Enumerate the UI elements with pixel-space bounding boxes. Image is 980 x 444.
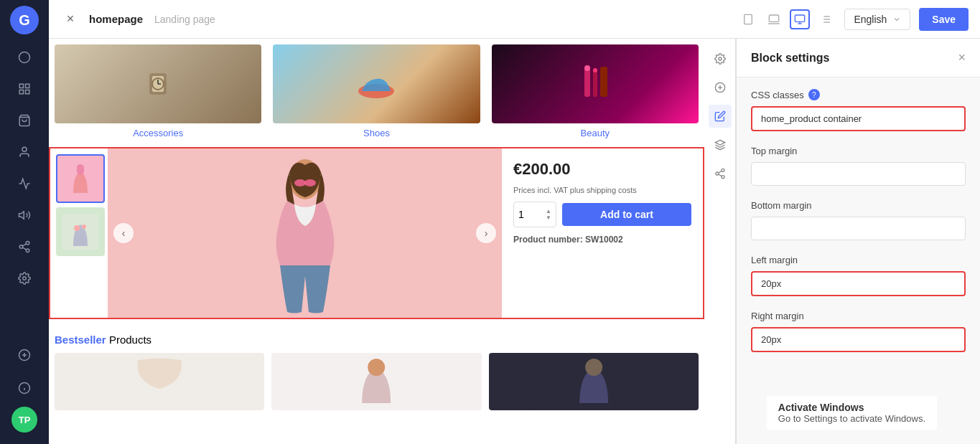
canvas-area[interactable]: Accessories Shoes Beauty bbox=[49, 39, 704, 444]
svg-point-63 bbox=[716, 172, 719, 175]
page-title: homepage bbox=[89, 13, 143, 25]
categories-section: Accessories Shoes Beauty bbox=[49, 39, 704, 144]
product-add-row: 1 ▲ ▼ Add to cart bbox=[513, 202, 691, 227]
gear-rail-icon[interactable] bbox=[709, 47, 732, 70]
top-margin-group: Top margin bbox=[751, 146, 966, 186]
category-beauty: Beauty bbox=[486, 39, 704, 144]
svg-point-57 bbox=[719, 57, 722, 60]
sidebar-item-analytics[interactable] bbox=[10, 169, 39, 198]
css-classes-input[interactable] bbox=[751, 106, 966, 131]
sidebar-item-info[interactable] bbox=[10, 374, 39, 402]
svg-point-13 bbox=[23, 277, 27, 280]
desktop-icon[interactable] bbox=[790, 9, 810, 29]
svg-rect-3 bbox=[19, 90, 23, 94]
bestseller-card-3 bbox=[489, 353, 699, 410]
bottom-margin-group: Bottom margin bbox=[751, 200, 966, 240]
top-margin-label: Top margin bbox=[751, 146, 966, 156]
bestseller-card-1 bbox=[55, 353, 264, 410]
product-price: €200.00 bbox=[513, 160, 691, 179]
bestseller-suffix: Products bbox=[106, 334, 151, 346]
carousel-next-button[interactable]: › bbox=[476, 223, 496, 243]
close-button[interactable]: × bbox=[60, 9, 80, 29]
bestseller-card-2 bbox=[271, 353, 481, 410]
block-settings-panel: Block settings × CSS classes ? Top margi… bbox=[736, 39, 980, 444]
css-classes-group: CSS classes ? bbox=[751, 89, 966, 131]
left-margin-input[interactable] bbox=[751, 271, 966, 296]
svg-point-41 bbox=[593, 68, 597, 72]
sidebar-item-integrations[interactable] bbox=[10, 232, 39, 261]
sidebar-item-marketing[interactable] bbox=[10, 201, 39, 230]
laptop-icon[interactable] bbox=[764, 9, 784, 29]
beauty-link[interactable]: Beauty bbox=[492, 128, 699, 138]
layers-rail-icon[interactable] bbox=[709, 133, 732, 156]
svg-rect-43 bbox=[77, 164, 84, 175]
svg-point-49 bbox=[294, 179, 306, 186]
quantity-stepper[interactable]: 1 ▲ ▼ bbox=[513, 202, 556, 227]
top-margin-input[interactable] bbox=[751, 162, 966, 186]
sidebar-item-pages[interactable] bbox=[10, 75, 39, 103]
icon-rail bbox=[704, 39, 736, 444]
block-settings-title: Block settings bbox=[751, 52, 829, 65]
svg-point-46 bbox=[82, 225, 86, 229]
right-margin-group: Right margin bbox=[751, 311, 966, 352]
bottom-margin-input[interactable] bbox=[751, 217, 966, 240]
language-select[interactable]: English bbox=[844, 9, 910, 30]
accessories-link[interactable]: Accessories bbox=[55, 128, 261, 138]
share-rail-icon[interactable] bbox=[709, 162, 732, 185]
qty-arrows[interactable]: ▲ ▼ bbox=[546, 208, 551, 221]
language-label: English bbox=[854, 14, 887, 25]
css-classes-help-icon[interactable]: ? bbox=[808, 89, 820, 100]
edit-rail-icon[interactable] bbox=[709, 105, 732, 128]
bestseller-title: Bestseller Products bbox=[55, 334, 699, 346]
product-details: €200.00 Prices incl. VAT plus shipping c… bbox=[502, 148, 703, 318]
list-icon[interactable] bbox=[816, 9, 836, 29]
carousel-prev-button[interactable]: ‹ bbox=[113, 223, 134, 243]
svg-point-8 bbox=[26, 242, 29, 245]
category-accessories: Accessories bbox=[49, 39, 267, 144]
svg-rect-2 bbox=[26, 84, 29, 88]
sidebar-item-settings[interactable] bbox=[10, 264, 39, 293]
product-vat: Prices incl. VAT plus shipping costs bbox=[513, 186, 691, 194]
sidebar-item-dashboard[interactable] bbox=[10, 43, 39, 72]
sidebar-item-add[interactable] bbox=[10, 341, 39, 369]
css-classes-label: CSS classes ? bbox=[751, 89, 966, 100]
topbar: × homepage Landing page English Save bbox=[49, 0, 980, 39]
product-main-image: ‹ › bbox=[108, 148, 502, 318]
svg-point-54 bbox=[368, 359, 385, 376]
svg-point-64 bbox=[722, 176, 724, 179]
svg-point-9 bbox=[19, 245, 23, 249]
shoes-image bbox=[273, 44, 480, 123]
block-settings-close-button[interactable]: × bbox=[958, 50, 966, 65]
svg-marker-7 bbox=[19, 212, 24, 219]
sidebar-logo[interactable]: G bbox=[10, 6, 39, 34]
svg-line-65 bbox=[718, 174, 722, 176]
product-number: Product number: SW10002 bbox=[513, 235, 691, 245]
product-number-value: SW10002 bbox=[585, 235, 623, 245]
right-margin-input[interactable] bbox=[751, 327, 966, 352]
svg-marker-61 bbox=[715, 140, 724, 145]
device-icons bbox=[738, 9, 836, 29]
page-subtitle: Landing page bbox=[154, 14, 215, 25]
sidebar-item-store[interactable] bbox=[10, 106, 39, 135]
user-avatar[interactable]: TP bbox=[11, 407, 37, 433]
thumb-2[interactable] bbox=[56, 207, 105, 256]
plus-rail-icon[interactable] bbox=[709, 76, 732, 99]
svg-line-12 bbox=[22, 244, 26, 246]
bottom-margin-label: Bottom margin bbox=[751, 200, 966, 211]
category-shoes: Shoes bbox=[267, 39, 485, 144]
main-area: × homepage Landing page English Save bbox=[49, 0, 980, 444]
shoes-link[interactable]: Shoes bbox=[273, 128, 480, 138]
sidebar-item-users[interactable] bbox=[10, 138, 39, 166]
tablet-icon[interactable] bbox=[738, 9, 758, 29]
sidebar: G TP bbox=[0, 0, 49, 444]
svg-point-6 bbox=[22, 147, 27, 151]
block-settings-header: Block settings × bbox=[737, 39, 980, 77]
svg-point-45 bbox=[74, 225, 80, 231]
product-thumbnails bbox=[50, 148, 108, 318]
save-button[interactable]: Save bbox=[919, 8, 969, 31]
add-to-cart-button[interactable]: Add to cart bbox=[562, 203, 691, 226]
bestseller-highlight: Bestseller bbox=[55, 334, 106, 346]
svg-rect-22 bbox=[795, 15, 805, 22]
thumb-1[interactable] bbox=[56, 154, 105, 203]
bestseller-grid bbox=[55, 353, 699, 410]
